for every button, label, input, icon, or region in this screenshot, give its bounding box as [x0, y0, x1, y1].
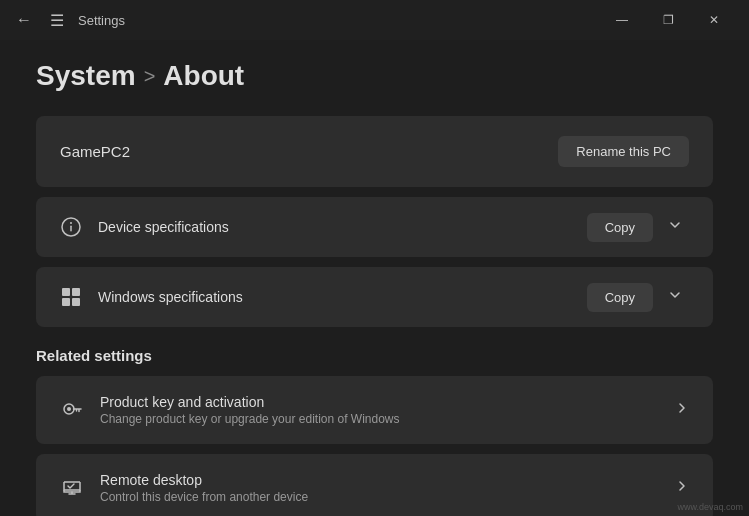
product-key-row[interactable]: Product key and activation Change produc…	[36, 376, 713, 444]
device-spec-left: Device specifications	[60, 216, 229, 238]
windows-spec-row: Windows specifications Copy	[36, 267, 713, 327]
breadcrumb: System > About	[36, 60, 713, 92]
product-key-left: Product key and activation Change produc…	[60, 394, 400, 426]
svg-point-2	[70, 222, 72, 224]
windows-spec-right: Copy	[587, 283, 689, 312]
device-spec-row: Device specifications Copy	[36, 197, 713, 257]
remote-desktop-title: Remote desktop	[100, 472, 308, 488]
remote-desktop-text: Remote desktop Control this device from …	[100, 472, 308, 504]
device-spec-label: Device specifications	[98, 219, 229, 235]
remote-desktop-left: Remote desktop Control this device from …	[60, 472, 308, 504]
svg-point-4	[67, 407, 71, 411]
svg-rect-1	[70, 226, 72, 232]
titlebar-left: ← ☰ Settings	[12, 11, 599, 30]
watermark: www.devaq.com	[677, 502, 743, 512]
remote-desktop-row[interactable]: Remote desktop Control this device from …	[36, 454, 713, 516]
breadcrumb-chevron-icon: >	[144, 65, 156, 88]
windows-spec-label: Windows specifications	[98, 289, 243, 305]
device-spec-right: Copy	[587, 213, 689, 242]
pc-name-card: GamePC2 Rename this PC	[36, 116, 713, 187]
product-key-title: Product key and activation	[100, 394, 400, 410]
related-settings-title: Related settings	[36, 347, 713, 364]
device-spec-copy-button[interactable]: Copy	[587, 213, 653, 242]
key-icon	[60, 398, 84, 422]
close-button[interactable]: ✕	[691, 0, 737, 40]
menu-button[interactable]: ☰	[50, 11, 64, 30]
windows-spec-copy-button[interactable]: Copy	[587, 283, 653, 312]
window-controls: — ❐ ✕	[599, 0, 737, 40]
info-icon	[60, 216, 82, 238]
windows-spec-left: Windows specifications	[60, 286, 243, 308]
back-button[interactable]: ←	[12, 11, 36, 29]
product-key-subtitle: Change product key or upgrade your editi…	[100, 412, 400, 426]
windows-spec-expand-button[interactable]	[661, 283, 689, 311]
breadcrumb-current: About	[163, 60, 244, 92]
breadcrumb-parent[interactable]: System	[36, 60, 136, 92]
windows-icon	[60, 286, 82, 308]
remote-desktop-chevron-icon	[675, 479, 689, 497]
product-key-chevron-icon	[675, 401, 689, 419]
maximize-button[interactable]: ❐	[645, 0, 691, 40]
main-content: System > About GamePC2 Rename this PC De…	[0, 40, 749, 516]
product-key-text: Product key and activation Change produc…	[100, 394, 400, 426]
remote-desktop-subtitle: Control this device from another device	[100, 490, 308, 504]
device-spec-expand-button[interactable]	[661, 213, 689, 241]
pc-name-text: GamePC2	[60, 143, 130, 160]
titlebar-title: Settings	[78, 13, 125, 28]
remote-desktop-icon	[60, 476, 84, 500]
rename-pc-button[interactable]: Rename this PC	[558, 136, 689, 167]
minimize-button[interactable]: —	[599, 0, 645, 40]
titlebar: ← ☰ Settings — ❐ ✕	[0, 0, 749, 40]
